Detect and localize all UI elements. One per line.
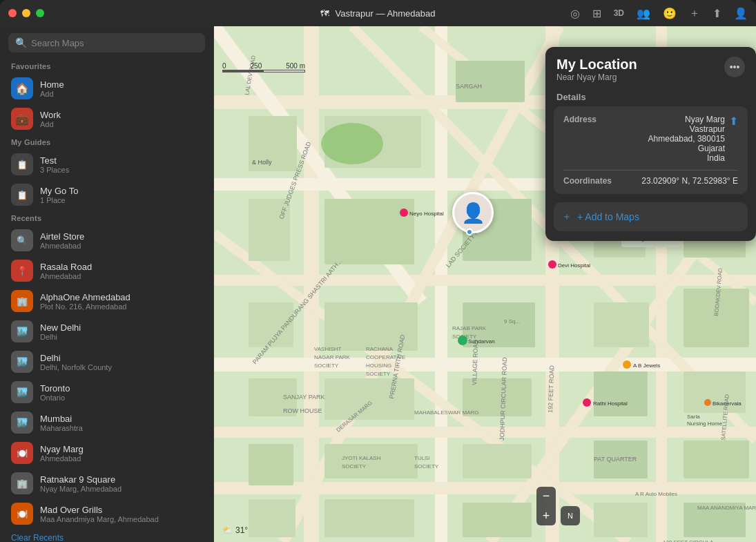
person-cluster-icon[interactable]: 👥 bbox=[637, 7, 650, 20]
compass-label: N bbox=[568, 512, 573, 520]
sidebar-item-nyaymarg[interactable]: 🍽️ Nyay Marg Ahmedabad bbox=[0, 438, 213, 468]
svg-rect-42 bbox=[324, 499, 414, 537]
coordinates-row: Coordinates 23.02909° N, 72.52983° E bbox=[563, 176, 738, 186]
address-value: Nyay Marg Vastrapur Ahmedabad, 380015 Gu… bbox=[602, 115, 725, 163]
search-bar[interactable]: 🔍 bbox=[8, 33, 205, 52]
svg-text:MAA ANANDMIYA MARG: MAA ANANDMIYA MARG bbox=[697, 505, 756, 511]
delhi-icon: 🏙️ bbox=[11, 351, 33, 373]
add-to-maps-button[interactable]: ＋ + Add to Maps bbox=[554, 202, 748, 231]
temperature-display: ⛅ 31° bbox=[222, 525, 248, 535]
share-icon[interactable]: ⬆ bbox=[713, 7, 721, 20]
divider bbox=[563, 170, 738, 171]
airtel-subtitle: Ahmedabad bbox=[40, 242, 84, 250]
close-button[interactable] bbox=[8, 9, 17, 17]
sidebar-item-work[interactable]: 💼 Work Add bbox=[0, 104, 213, 134]
coordinates-value: 23.02909° N, 72.52983° E bbox=[617, 176, 738, 186]
svg-text:PAT QUARTER: PAT QUARTER bbox=[594, 456, 637, 463]
sidebar-item-home[interactable]: 🏠 Home Add bbox=[0, 73, 213, 104]
search-input[interactable] bbox=[31, 38, 198, 48]
my-go-to-title: My Go To bbox=[40, 186, 78, 196]
scale-250: 250 bbox=[251, 62, 262, 70]
location-dot bbox=[466, 229, 473, 235]
sidebar-item-newdelhi[interactable]: 🏙️ New Delhi Delhi bbox=[0, 316, 213, 347]
3d-icon[interactable]: 3D bbox=[614, 8, 624, 18]
sidebar-item-toronto[interactable]: 🏙️ Toronto Ontario bbox=[0, 377, 213, 407]
svg-text:SOCIETY: SOCIETY bbox=[342, 463, 367, 470]
toolbar: ◎ ⊞ 3D 👥 🙂 ＋ ⬆ 👤 bbox=[570, 6, 748, 21]
weather-icon: ⛅ bbox=[222, 525, 233, 535]
airtel-icon: 🔍 bbox=[11, 229, 33, 251]
svg-text:SOCIETY: SOCIETY bbox=[414, 463, 439, 470]
search-icon: 🔍 bbox=[15, 37, 27, 48]
svg-rect-44 bbox=[594, 503, 648, 537]
svg-rect-29 bbox=[594, 302, 649, 347]
zoom-minus-button[interactable]: − bbox=[536, 487, 556, 506]
mumbai-icon: 🏙️ bbox=[11, 412, 33, 434]
work-subtitle: Add bbox=[40, 120, 61, 128]
map-view-icon[interactable]: ⊞ bbox=[592, 7, 601, 20]
sidebar-item-ratnakar[interactable]: 🏢 Ratnakar 9 Square Nyay Marg, Ahmedabad bbox=[0, 468, 213, 499]
sidebar-item-airtel[interactable]: 🔍 Airtel Store Ahmedabad bbox=[0, 225, 213, 255]
svg-point-99 bbox=[548, 260, 556, 269]
temperature-value: 31° bbox=[235, 525, 248, 535]
minimize-button[interactable] bbox=[22, 9, 30, 17]
madover-icon: 🍽️ bbox=[11, 503, 33, 525]
myguides-label: My Guides bbox=[0, 134, 213, 149]
delhi-subtitle: Delhi, Norfolk County bbox=[40, 363, 112, 371]
ratnakar-title: Ratnakar 9 Square bbox=[40, 474, 122, 485]
recents-label: Recents bbox=[0, 210, 213, 225]
add-to-maps-label: + Add to Maps bbox=[577, 211, 639, 222]
svg-text:A R Auto Mobiles: A R Auto Mobiles bbox=[635, 491, 677, 497]
sidebar-item-madover[interactable]: 🍽️ Mad Over Grills Maa Anandmiya Marg, A… bbox=[0, 499, 213, 529]
share-address-icon[interactable]: ⬆ bbox=[729, 115, 738, 128]
svg-text:Bikanervala: Bikanervala bbox=[713, 400, 742, 407]
rasala-subtitle: Ahmedabad bbox=[40, 272, 92, 280]
map-area[interactable]: NYAY MARG LAD SOCIETY ROAD KADAMBARI MAR… bbox=[214, 26, 756, 542]
svg-text:ROW HOUSE: ROW HOUSE bbox=[283, 407, 322, 414]
svg-rect-37 bbox=[324, 444, 418, 478]
my-go-to-subtitle: 1 Place bbox=[40, 196, 78, 204]
popup-details-box: Address Nyay Marg Vastrapur Ahmedabad, 3… bbox=[554, 106, 748, 194]
sidebar-item-delhi[interactable]: 🏙️ Delhi Delhi, Norfolk County bbox=[0, 347, 213, 377]
svg-rect-32 bbox=[324, 378, 414, 420]
svg-point-101 bbox=[458, 336, 467, 345]
sidebar-item-my-go-to[interactable]: 📋 My Go To 1 Place bbox=[0, 180, 213, 210]
clear-recents-button[interactable]: Clear Recents bbox=[0, 529, 213, 542]
add-icon: ＋ bbox=[562, 211, 572, 223]
main-container: 🔍 Favourites 🏠 Home Add 💼 Work Add My Gu… bbox=[0, 26, 756, 542]
sidebar-item-alphaone[interactable]: 🏢 AlphaOne Ahmedabad Plot No. 216, Ahmed… bbox=[0, 286, 213, 316]
scale-500: 500 m bbox=[286, 62, 305, 70]
sidebar: 🔍 Favourites 🏠 Home Add 💼 Work Add My Gu… bbox=[0, 26, 214, 542]
smiley-icon[interactable]: 🙂 bbox=[663, 7, 677, 20]
sidebar-item-test[interactable]: 📋 Test 3 Places bbox=[0, 149, 213, 180]
location-arrow-icon[interactable]: ◎ bbox=[570, 7, 580, 20]
svg-point-103 bbox=[583, 398, 591, 407]
svg-text:Rathi Hospital: Rathi Hospital bbox=[593, 400, 628, 407]
svg-text:COOPERATIVE: COOPERATIVE bbox=[366, 354, 405, 360]
maximize-button[interactable] bbox=[36, 9, 44, 17]
svg-text:9 Sq...: 9 Sq... bbox=[504, 318, 520, 325]
zoom-plus-button[interactable]: + bbox=[536, 506, 556, 525]
sidebar-item-mumbai[interactable]: 🏙️ Mumbai Maharashtra bbox=[0, 407, 213, 438]
svg-text:& Holly: & Holly bbox=[252, 159, 272, 166]
compass[interactable]: N bbox=[561, 506, 580, 525]
svg-rect-43 bbox=[463, 503, 532, 537]
svg-text:RACHANA: RACHANA bbox=[366, 346, 394, 352]
window-title: 🗺 Vastrapur — Ahmedabad bbox=[320, 8, 435, 19]
popup-more-button[interactable]: ••• bbox=[724, 57, 745, 77]
svg-text:SOCIETY: SOCIETY bbox=[366, 371, 391, 377]
work-icon: 💼 bbox=[11, 108, 33, 130]
svg-text:JYOTI KALASH: JYOTI KALASH bbox=[342, 455, 381, 461]
add-icon[interactable]: ＋ bbox=[689, 6, 700, 21]
mumbai-subtitle: Maharashtra bbox=[40, 424, 83, 432]
toronto-icon: 🏙️ bbox=[11, 381, 33, 403]
alphaone-subtitle: Plot No. 216, Ahmedabad bbox=[40, 302, 130, 311]
profile-icon[interactable]: 👤 bbox=[734, 7, 748, 20]
scale-0: 0 bbox=[222, 62, 226, 70]
airtel-title: Airtel Store bbox=[40, 231, 84, 242]
test-title: Test bbox=[40, 155, 69, 166]
sidebar-item-rasala[interactable]: 📍 Rasala Road Ahmedabad bbox=[0, 255, 213, 286]
svg-point-46 bbox=[321, 123, 383, 164]
address-label: Address bbox=[563, 115, 597, 124]
newdelhi-subtitle: Delhi bbox=[40, 333, 81, 341]
